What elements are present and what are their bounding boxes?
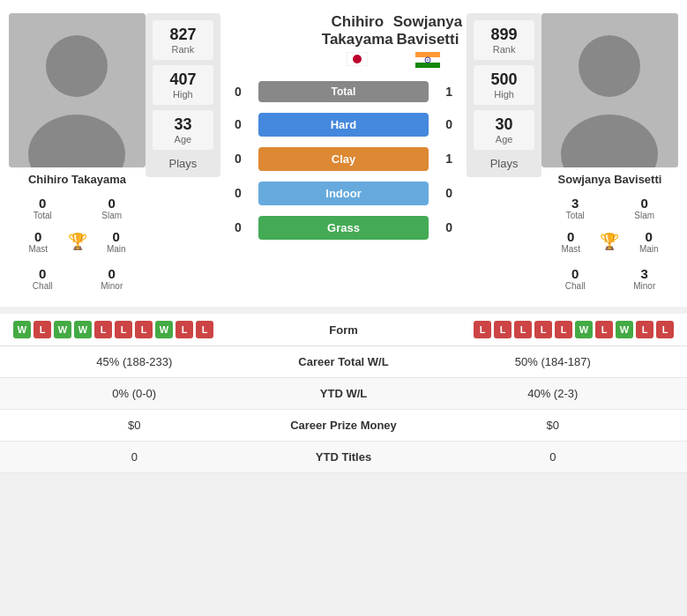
form-badge-l: L — [196, 321, 213, 338]
player1-stats: 0 Total 0 Slam — [9, 193, 146, 223]
player2-stats: 3 Total 0 Slam — [541, 193, 678, 223]
player2-mid-stats: 899 Rank 500 High 30 Age Plays — [467, 13, 541, 177]
player1-card: Chihiro Takayama 0 Total 0 Slam 0 Mast 🏆 — [9, 13, 146, 293]
player1-main-cell: 0 Main — [87, 226, 146, 256]
clay-btn[interactable]: Clay — [258, 147, 429, 171]
player2-mast-label: Mast — [541, 244, 601, 254]
player1-high-block: 407 High — [153, 65, 213, 105]
player1-bottom-stats: 0 Chall 0 Minor — [9, 263, 146, 293]
player1-high-label: High — [160, 89, 206, 100]
player1-rank-block: 827 Rank — [153, 20, 213, 60]
top-section: Chihiro Takayama 0 Total 0 Slam 0 Mast 🏆 — [0, 0, 687, 307]
jp-flag-container — [322, 52, 393, 70]
ytd-wl-label: YTD W/L — [256, 387, 432, 400]
form-badge-w: W — [13, 321, 31, 338]
player1-rank-val: 827 — [160, 26, 206, 44]
hard-btn[interactable]: Hard — [258, 113, 429, 137]
ytd-wl-left: 0% (0-0) — [13, 387, 256, 400]
player2-main-val: 0 — [619, 229, 678, 244]
form-badge-l: L — [34, 321, 51, 338]
clay-score-right: 1 — [436, 152, 462, 166]
player2-plays-label: Plays — [474, 157, 534, 170]
player1-slam-label: Slam — [78, 211, 146, 220]
grass-score-left: 0 — [225, 220, 251, 234]
player2-slam-val: 0 — [610, 196, 678, 211]
player1-name: Chihiro Takayama — [28, 173, 126, 186]
indoor-score-right: 0 — [436, 186, 462, 200]
form-badge-l: L — [175, 321, 193, 338]
player2-chall-cell: 0 Chall — [541, 263, 609, 293]
svg-rect-7 — [415, 63, 440, 68]
prize-label: Career Prize Money — [256, 419, 432, 432]
form-badge-l: L — [94, 321, 112, 338]
player1-total-cell: 0 Total — [9, 193, 77, 223]
prize-left: $0 — [13, 419, 256, 432]
player2-minor-label: Minor — [610, 281, 678, 291]
player2-rank-val: 899 — [481, 26, 527, 44]
hard-score-right: 0 — [436, 117, 462, 131]
career-wl-left: 45% (188-233) — [13, 355, 256, 368]
player1-slam-val: 0 — [78, 196, 146, 211]
player1-age-val: 33 — [160, 115, 206, 134]
player2-bottom-stats: 0 Chall 3 Minor — [541, 263, 678, 293]
form-badge-l: L — [595, 321, 613, 338]
clay-score-left: 0 — [225, 152, 251, 166]
form-label: Form — [282, 323, 406, 337]
titles-left: 0 — [13, 450, 256, 464]
player1-minor-label: Minor — [78, 281, 146, 291]
form-badge-l: L — [656, 321, 674, 338]
form-badge-l: L — [555, 321, 572, 338]
svg-point-4 — [353, 55, 362, 63]
form-badge-l: L — [494, 321, 512, 338]
form-badge-l: L — [534, 321, 552, 338]
player2-mast-cell: 0 Mast — [541, 226, 601, 256]
titles-right: 0 — [432, 450, 675, 464]
player2-age-block: 30 Age — [474, 110, 534, 150]
svg-point-1 — [46, 35, 108, 97]
hard-score-left: 0 — [225, 117, 251, 131]
player1-mast-val: 0 — [9, 229, 68, 244]
total-row: 0 Total 1 — [225, 81, 462, 102]
ytd-wl-right: 40% (2-3) — [432, 387, 675, 400]
player2-total-val: 3 — [541, 196, 609, 211]
japan-flag-icon — [347, 52, 368, 66]
player2-name: Sowjanya Bavisetti — [558, 173, 662, 186]
player1-total-label: Total — [9, 211, 77, 220]
player2-name-header-area: SowjanyaBavisetti — [393, 13, 462, 74]
form-badge-w: W — [54, 321, 71, 338]
player2-age-val: 30 — [481, 115, 527, 134]
form-badge-w: W — [575, 321, 593, 338]
titles-label: YTD Titles — [256, 450, 432, 464]
player2-high-label: High — [481, 89, 527, 100]
career-wl-right: 50% (184-187) — [432, 355, 675, 368]
player1-high-val: 407 — [160, 71, 206, 89]
india-flag-container — [393, 52, 462, 71]
name-headers: ChihiroTakayama SowjanyaBavisetti — [225, 13, 462, 74]
form-badge-l: L — [135, 321, 153, 338]
career-wl-label: Career Total W/L — [256, 355, 432, 368]
indoor-row: 0 Indoor 0 — [225, 182, 462, 205]
player1-chall-cell: 0 Chall — [9, 263, 77, 293]
hard-row: 0 Hard 0 — [225, 113, 462, 137]
player2-high-val: 500 — [481, 71, 527, 89]
svg-point-11 — [579, 35, 640, 97]
player2-chall-label: Chall — [541, 281, 609, 291]
player2-trophy-row: 0 Mast 🏆 0 Main — [541, 226, 678, 256]
player2-form: LLLLLWLWLL — [406, 321, 675, 338]
player2-main-label: Main — [619, 244, 678, 254]
indoor-btn[interactable]: Indoor — [258, 182, 429, 205]
player2-high-block: 500 High — [474, 65, 534, 105]
surface-panel: ChihiroTakayama SowjanyaBavisetti — [220, 13, 467, 250]
form-badge-w: W — [155, 321, 173, 338]
prize-row: $0 Career Prize Money $0 — [0, 410, 687, 442]
player1-mast-label: Mast — [9, 244, 68, 254]
grass-row: 0 Grass 0 — [225, 216, 462, 240]
player1-avatar — [9, 13, 146, 167]
player1-name-header: ChihiroTakayama — [322, 13, 393, 49]
grass-btn[interactable]: Grass — [258, 216, 429, 240]
svg-point-9 — [427, 59, 429, 61]
player1-trophy-icon: 🏆 — [68, 232, 87, 251]
clay-row: 0 Clay 1 — [225, 147, 462, 171]
player1-plays-label: Plays — [153, 157, 213, 170]
player2-trophy-icon: 🏆 — [600, 232, 619, 251]
